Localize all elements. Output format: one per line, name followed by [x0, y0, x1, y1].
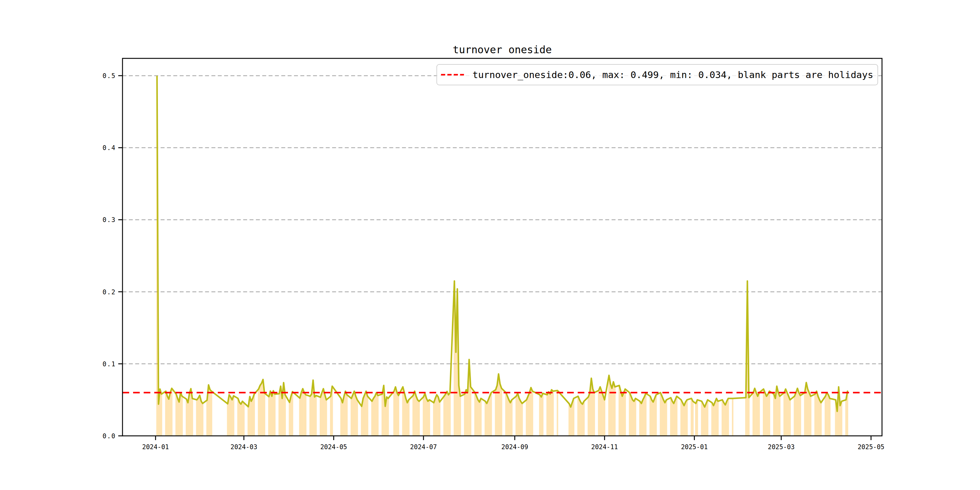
- trading-day-band: [827, 394, 829, 436]
- trading-day-band: [269, 391, 271, 436]
- trading-day-band: [258, 387, 259, 436]
- trading-day-band: [424, 393, 426, 436]
- trading-day-band: [460, 391, 461, 436]
- trading-day-band: [767, 393, 769, 436]
- trading-day-band: [250, 399, 252, 436]
- trading-day-band: [573, 398, 574, 436]
- chart-title: turnover oneside: [453, 43, 552, 56]
- trading-day-band: [764, 391, 766, 436]
- trading-day-band: [414, 391, 415, 436]
- x-tick-label: 2025-01: [681, 444, 708, 451]
- trading-day-band: [713, 404, 714, 436]
- trading-day-band: [199, 395, 200, 436]
- trading-day-band: [491, 392, 492, 436]
- trading-day-band: [610, 380, 611, 436]
- trading-day-band: [768, 391, 770, 436]
- trading-day-band: [641, 402, 642, 436]
- trading-day-band: [302, 389, 304, 436]
- trading-day-band: [387, 398, 389, 436]
- trading-day-band: [165, 391, 167, 436]
- trading-day-band: [395, 387, 396, 436]
- trading-day-band: [600, 387, 601, 436]
- trading-day-band: [716, 398, 717, 436]
- trading-day-band: [398, 394, 399, 436]
- trading-day-band: [167, 394, 168, 436]
- trading-day-band: [436, 395, 438, 436]
- trading-day-band: [407, 401, 408, 436]
- trading-day-band: [766, 395, 767, 436]
- turnover-chart: 0.00.10.20.30.40.52024-012024-032024-052…: [0, 0, 980, 490]
- trading-day-band: [511, 399, 513, 436]
- trading-day-band: [231, 398, 233, 436]
- trading-day-band: [209, 387, 211, 436]
- y-tick-label: 0.0: [103, 433, 116, 440]
- trading-day-band: [639, 401, 641, 436]
- trading-day-band: [415, 394, 417, 436]
- trading-day-band: [652, 400, 654, 436]
- trading-day-band: [268, 394, 270, 436]
- trading-day-band: [171, 388, 172, 436]
- trading-day-band: [364, 393, 365, 436]
- trading-day-band: [408, 399, 410, 436]
- trading-day-band: [845, 396, 847, 436]
- trading-day-band: [820, 401, 822, 436]
- trading-day-band: [187, 398, 189, 436]
- x-tick-label: 2024-05: [320, 444, 347, 451]
- trading-day-band: [826, 393, 827, 436]
- trading-day-band: [325, 398, 327, 436]
- trading-day-band: [230, 396, 231, 436]
- trading-day-band: [633, 400, 635, 436]
- trading-day-band: [299, 395, 301, 436]
- trading-day-band: [527, 395, 529, 436]
- trading-day-band: [692, 400, 694, 436]
- legend-label: turnover_oneside:0.06, max: 0.499, min: …: [473, 69, 873, 80]
- trading-day-band: [682, 401, 683, 436]
- trading-day-band: [666, 399, 667, 436]
- trading-day-band: [423, 395, 424, 436]
- trading-day-band: [685, 401, 686, 436]
- trading-day-band: [552, 390, 554, 436]
- x-tick-label: 2024-07: [410, 444, 437, 451]
- trading-day-band: [522, 402, 523, 436]
- trading-day-band: [377, 394, 379, 436]
- trading-day-band: [783, 391, 785, 436]
- trading-day-band: [315, 396, 317, 436]
- trading-day-band: [261, 382, 262, 436]
- trading-day-band: [757, 395, 759, 436]
- trading-day-band: [240, 402, 242, 436]
- trading-day-band: [788, 395, 789, 436]
- trading-day-band: [629, 392, 630, 436]
- trading-day-band: [569, 403, 570, 436]
- trading-day-band: [724, 403, 726, 436]
- trading-day-band: [200, 398, 202, 436]
- trading-day-band: [417, 398, 418, 436]
- x-tick-label: 2024-01: [142, 444, 169, 451]
- trading-day-band: [501, 386, 503, 436]
- trading-day-band: [438, 396, 439, 436]
- trading-day-band: [345, 391, 346, 436]
- trading-day-band: [754, 388, 756, 436]
- plot-border: [123, 58, 882, 436]
- trading-day-band: [353, 391, 355, 436]
- figure: 0.00.10.20.30.40.52024-012024-032024-052…: [0, 0, 980, 490]
- trading-day-band: [582, 402, 583, 436]
- trading-day-band: [192, 393, 193, 436]
- trading-day-band: [476, 395, 477, 436]
- trading-day-band: [642, 398, 644, 436]
- trading-day-band: [789, 398, 791, 436]
- trading-day-band: [548, 392, 549, 436]
- x-tick-label: 2024-11: [591, 444, 618, 451]
- trading-day-band: [309, 395, 311, 436]
- trading-day-band: [707, 400, 708, 436]
- trading-day-band: [252, 396, 253, 436]
- trading-day-band: [800, 394, 801, 436]
- trading-day-band: [239, 401, 240, 436]
- trading-day-band: [797, 388, 798, 436]
- trading-day-band: [697, 400, 698, 436]
- trading-day-band: [651, 398, 652, 436]
- trading-day-band: [608, 375, 610, 436]
- trading-day-band: [570, 405, 571, 436]
- turnover-polyline: [157, 76, 848, 412]
- trading-day-band: [786, 391, 788, 436]
- trading-day-band: [814, 393, 816, 436]
